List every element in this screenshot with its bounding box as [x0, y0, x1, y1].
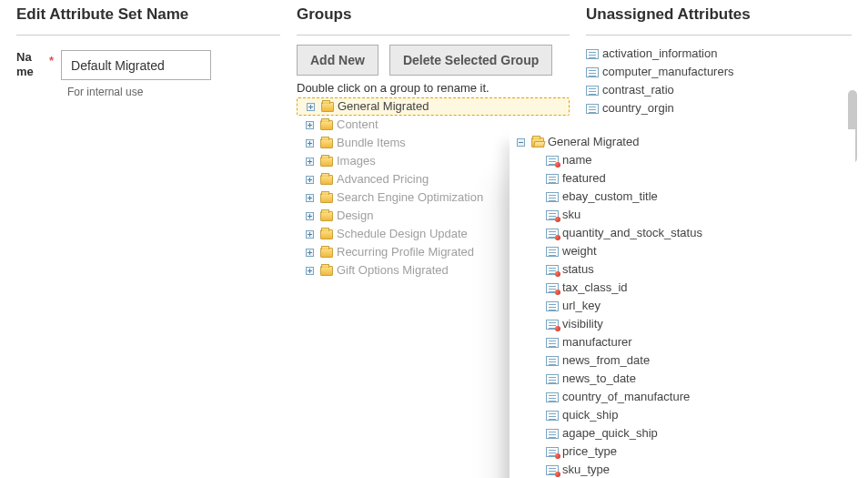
required-dot-icon	[555, 217, 560, 222]
group-row[interactable]: General Migrated	[297, 97, 570, 116]
attribute-icon	[546, 356, 559, 366]
collapse-icon[interactable]	[517, 138, 525, 147]
groups-title: Groups	[297, 0, 570, 36]
group-label: General Migrated	[338, 98, 429, 115]
attribute-icon	[546, 392, 559, 402]
attribute-icon	[546, 247, 559, 257]
group-label: Recurring Profile Migrated	[337, 244, 474, 260]
attribute-label: weight	[562, 243, 597, 259]
attribute-label: featured	[562, 170, 606, 187]
expanded-group-panel: General Migrated namefeaturedebay_custom…	[510, 129, 855, 478]
attribute-label: contrast_ratio	[602, 82, 674, 98]
groups-hint: Double click on a group to rename it.	[297, 81, 570, 95]
attribute-icon	[546, 374, 559, 384]
folder-icon	[320, 120, 333, 130]
overlay-root-label: General Migrated	[548, 134, 639, 150]
group-label: Design	[337, 208, 373, 224]
required-dot-icon	[555, 290, 560, 295]
attribute-icon	[546, 447, 559, 457]
expand-icon[interactable]	[306, 249, 314, 257]
overlay-attribute-row[interactable]: quick_ship	[515, 406, 848, 424]
add-new-button[interactable]: Add New	[297, 45, 378, 76]
group-label: Bundle Items	[337, 135, 406, 151]
expand-icon[interactable]	[306, 230, 314, 239]
overlay-attribute-row[interactable]: country_of_manufacture	[515, 388, 848, 406]
attribute-icon	[546, 192, 559, 202]
overlay-attribute-row[interactable]: featured	[515, 169, 848, 188]
expand-icon[interactable]	[306, 212, 314, 220]
attribute-icon	[546, 338, 559, 348]
folder-icon	[320, 138, 333, 148]
attribute-icon	[546, 320, 559, 330]
attribute-icon	[586, 86, 599, 96]
expand-icon[interactable]	[307, 103, 315, 111]
attribute-label: news_to_date	[562, 371, 636, 387]
attribute-icon	[546, 229, 559, 239]
overlay-attribute-row[interactable]: status	[515, 260, 848, 279]
attribute-icon	[546, 301, 559, 311]
group-label: Schedule Design Update	[337, 226, 468, 242]
unassigned-attributes-title: Unassigned Attributes	[586, 0, 852, 36]
unassigned-attribute-row[interactable]: activation_information	[586, 45, 846, 63]
overlay-attribute-row[interactable]: url_key	[515, 297, 848, 315]
attribute-label: country_of_manufacture	[562, 389, 690, 405]
attribute-set-name-input[interactable]	[61, 50, 211, 80]
delete-selected-group-button[interactable]: Delete Selected Group	[389, 45, 552, 76]
attribute-label: price_type	[562, 443, 617, 460]
attribute-icon	[586, 104, 599, 114]
overlay-attribute-row[interactable]: agape_quick_ship	[515, 424, 848, 442]
overlay-attribute-row[interactable]: tax_class_id	[515, 279, 848, 297]
attribute-icon	[586, 49, 599, 59]
expand-icon[interactable]	[306, 158, 314, 166]
edit-attribute-set-title: Edit Attribute Set Name	[16, 0, 280, 36]
attribute-icon	[546, 283, 559, 293]
expand-icon[interactable]	[306, 176, 314, 184]
folder-open-icon	[531, 137, 544, 147]
overlay-attribute-row[interactable]: manufacturer	[515, 333, 848, 351]
unassigned-attribute-row[interactable]: country_orgin	[586, 99, 846, 117]
attribute-label: activation_information	[602, 46, 717, 62]
attribute-label: sku_type	[562, 462, 610, 478]
attribute-icon	[546, 465, 559, 475]
required-dot-icon	[555, 235, 560, 240]
attribute-icon	[546, 411, 559, 421]
expand-icon[interactable]	[306, 194, 314, 202]
overlay-attribute-row[interactable]: sku_type	[515, 461, 848, 478]
overlay-attribute-row[interactable]: visibility	[515, 315, 848, 333]
name-hint: For internal use	[67, 86, 280, 98]
overlay-attribute-row[interactable]: news_to_date	[515, 370, 848, 388]
folder-icon	[320, 157, 333, 167]
folder-icon	[320, 229, 333, 239]
overlay-attribute-row[interactable]: name	[515, 151, 848, 169]
attribute-icon	[546, 156, 559, 166]
overlay-attribute-row[interactable]: sku	[515, 206, 848, 224]
attribute-label: url_key	[562, 298, 601, 314]
attribute-icon	[586, 67, 599, 77]
group-label: Content	[337, 117, 378, 133]
folder-icon	[320, 193, 333, 203]
folder-icon	[321, 102, 334, 112]
group-label: Images	[337, 153, 376, 169]
attribute-label: status	[562, 261, 594, 278]
attribute-label: quick_ship	[562, 407, 618, 423]
overlay-attribute-row[interactable]: news_from_date	[515, 351, 848, 370]
unassigned-attribute-row[interactable]: computer_manufacturers	[586, 63, 846, 81]
attribute-label: agape_quick_ship	[562, 425, 658, 442]
attribute-label: country_orgin	[602, 100, 674, 117]
attribute-label: quantity_and_stock_status	[562, 225, 702, 241]
expand-icon[interactable]	[306, 139, 314, 147]
required-dot-icon	[555, 162, 560, 168]
overlay-attribute-row[interactable]: ebay_custom_title	[515, 188, 848, 206]
expand-icon[interactable]	[306, 267, 314, 275]
attribute-label: computer_manufacturers	[602, 64, 734, 80]
required-dot-icon	[555, 326, 560, 331]
overlay-attribute-row[interactable]: weight	[515, 242, 848, 260]
expand-icon[interactable]	[306, 121, 314, 129]
overlay-attribute-row[interactable]: quantity_and_stock_status	[515, 224, 848, 242]
overlay-attribute-row[interactable]: price_type	[515, 442, 848, 461]
attribute-icon	[546, 429, 559, 439]
overlay-root-row[interactable]: General Migrated	[515, 133, 848, 151]
unassigned-attribute-row[interactable]: contrast_ratio	[586, 81, 846, 99]
attribute-label: name	[562, 152, 592, 168]
attribute-label: news_from_date	[562, 352, 650, 369]
